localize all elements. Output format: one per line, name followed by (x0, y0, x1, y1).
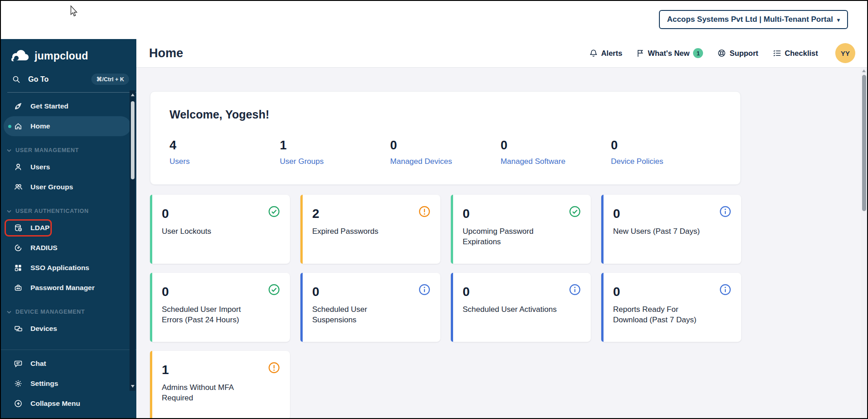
card-user-lockouts[interactable]: 0 User Lockouts (150, 195, 290, 264)
sidebar-item-password-manager[interactable]: Password Manager (4, 278, 131, 298)
scroll-up-arrow-icon[interactable] (131, 94, 135, 96)
stat-link[interactable]: Managed Devices (390, 157, 452, 166)
sidebar-item-home[interactable]: Home (4, 116, 131, 136)
bell-icon (589, 49, 598, 58)
header-actions: Alerts What's New 1 S (589, 43, 855, 63)
dashboard-content: Welcome, Yogesh! 4 Users 1 User Groups 0 (136, 68, 867, 418)
logo-wordmark: jumpcloud (35, 50, 88, 62)
sidebar-item-label: Get Started (30, 102, 69, 110)
card-admins-without-mfa[interactable]: 1 Admins Without MFA Required (150, 351, 290, 418)
check-circle-icon (268, 284, 280, 296)
card-label: Upcoming Password Expirations (463, 227, 559, 247)
radius-icon (14, 244, 23, 252)
sidebar-item-devices[interactable]: Devices (4, 319, 131, 339)
stat-value: 4 (170, 138, 280, 153)
stat-value: 1 (280, 138, 390, 153)
card-reports-ready[interactable]: 0 Reports Ready For Download (Past 7 Day… (601, 273, 741, 342)
lifebuoy-icon (718, 49, 726, 57)
stat-users: 4 Users (170, 138, 280, 166)
sidebar-footer: Chat Settings (1, 350, 136, 418)
sidebar-item-user-groups[interactable]: User Groups (4, 177, 131, 197)
user-icon (14, 163, 23, 171)
sidebar-item-label: Chat (30, 360, 46, 368)
section-user-authentication[interactable]: USER AUTHENTICATION (7, 208, 136, 214)
chevron-down-icon (7, 311, 11, 314)
section-device-management[interactable]: DEVICE MANAGEMENT (7, 309, 136, 315)
stat-link[interactable]: Users (170, 157, 190, 166)
card-label: User Lockouts (162, 227, 258, 237)
stat-link[interactable]: Device Policies (611, 157, 663, 166)
user-avatar[interactable]: YY (835, 43, 855, 63)
sidebar-item-sso-applications[interactable]: SSO Applications (4, 258, 131, 278)
card-label: Scheduled User Activations (463, 305, 559, 315)
checklist-icon (773, 49, 781, 57)
sidebar: jumpcloud Go To ⌘/Ctrl + K Get Sta (1, 39, 136, 418)
info-circle-icon (569, 284, 581, 296)
user-group-icon (14, 183, 23, 191)
main-area: Home Alerts What's New (136, 39, 867, 418)
stat-value: 0 (500, 138, 611, 153)
stat-link[interactable]: Managed Software (500, 157, 565, 166)
card-value: 1 (162, 363, 258, 377)
section-title: DEVICE MANAGEMENT (15, 309, 85, 315)
welcome-stats: 4 Users 1 User Groups 0 Managed Devices (170, 138, 721, 166)
stat-link[interactable]: User Groups (280, 157, 324, 166)
alerts-label: Alerts (601, 49, 623, 58)
checklist-button[interactable]: Checklist (773, 49, 818, 58)
info-circle-icon (419, 284, 430, 296)
sidebar-item-radius[interactable]: RADIUS (4, 238, 131, 258)
whats-new-button[interactable]: What's New 1 (637, 48, 703, 58)
whats-new-label: What's New (648, 49, 689, 58)
scroll-up-arrow-icon[interactable] (862, 69, 866, 72)
card-value: 0 (463, 207, 559, 221)
card-value: 0 (463, 285, 559, 299)
search-icon (12, 75, 21, 84)
check-circle-icon (268, 206, 280, 217)
ldap-database-icon (14, 224, 23, 232)
welcome-greeting: Welcome, Yogesh! (170, 108, 721, 121)
scrollbar-thumb[interactable] (131, 101, 135, 179)
card-value: 0 (312, 285, 409, 299)
goto-search[interactable]: Go To ⌘/Ctrl + K (12, 74, 129, 85)
card-upcoming-password-expirations[interactable]: 0 Upcoming Password Expirations (451, 195, 591, 264)
card-scheduled-user-activations[interactable]: 0 Scheduled User Activations (451, 273, 591, 342)
card-value: 0 (162, 285, 258, 299)
whats-new-count-badge: 1 (693, 48, 703, 58)
info-circle-icon (719, 284, 731, 296)
jumpcloud-cloud-icon (10, 49, 30, 63)
sidebar-item-ldap[interactable]: LDAP (4, 218, 131, 238)
welcome-card: Welcome, Yogesh! 4 Users 1 User Groups 0 (150, 91, 741, 185)
card-value: 0 (613, 285, 709, 299)
password-vault-icon (14, 284, 23, 292)
card-scheduled-user-suspensions[interactable]: 0 Scheduled User Suspensions (300, 273, 440, 342)
alert-circle-icon (419, 206, 430, 217)
stat-value: 0 (390, 138, 501, 153)
tenant-selector-button[interactable]: Accops Systems Pvt Ltd | Multi-Tenant Po… (659, 10, 848, 29)
scrollbar-thumb[interactable] (862, 75, 866, 211)
support-button[interactable]: Support (718, 49, 758, 58)
sidebar-item-chat[interactable]: Chat (4, 354, 131, 374)
flag-icon (637, 49, 644, 57)
card-scheduled-user-import-errors[interactable]: 0 Scheduled User Import Errors (Past 24 … (150, 273, 290, 342)
scroll-down-arrow-icon[interactable] (131, 385, 135, 388)
sidebar-scrollbar[interactable] (130, 90, 135, 391)
page-title: Home (149, 46, 183, 60)
sidebar-item-users[interactable]: Users (4, 157, 131, 177)
sidebar-item-label: SSO Applications (30, 264, 89, 272)
stat-user-groups: 1 User Groups (280, 138, 390, 166)
sidebar-item-label: RADIUS (30, 244, 57, 252)
active-indicator-dot (8, 125, 11, 128)
card-label: Scheduled User Import Errors (Past 24 Ho… (162, 305, 258, 325)
card-new-users[interactable]: 0 New Users (Past 7 Days) (601, 195, 741, 264)
stat-managed-devices: 0 Managed Devices (390, 138, 501, 166)
sidebar-item-settings[interactable]: Settings (4, 374, 131, 394)
sidebar-item-get-started[interactable]: Get Started (4, 96, 131, 116)
stat-device-policies: 0 Device Policies (611, 138, 721, 166)
card-expired-passwords[interactable]: 2 Expired Passwords (300, 195, 440, 264)
section-user-management[interactable]: USER MANAGEMENT (7, 147, 136, 153)
alerts-button[interactable]: Alerts (589, 49, 623, 58)
sidebar-item-collapse-menu[interactable]: Collapse Menu (4, 394, 131, 414)
sso-grid-icon (14, 264, 23, 272)
main-scrollbar[interactable] (861, 68, 867, 418)
devices-icon (14, 325, 23, 333)
